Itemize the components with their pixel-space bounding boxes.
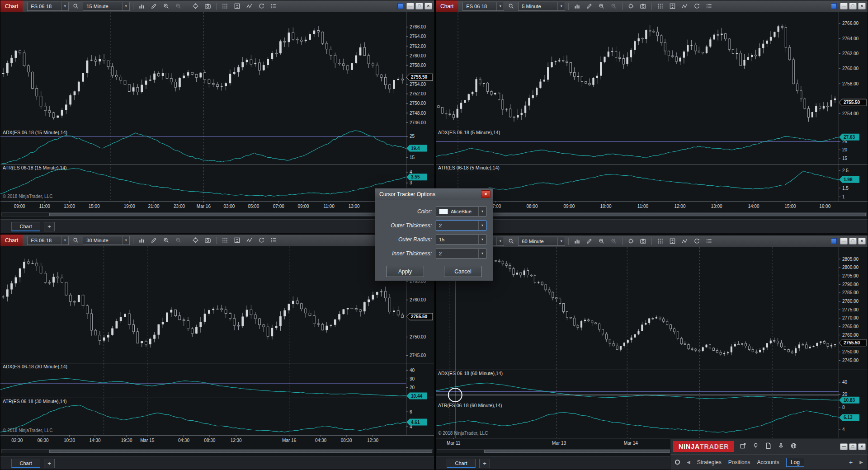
indicators-icon[interactable]	[220, 236, 230, 245]
chart-trader-icon[interactable]	[232, 236, 242, 245]
close-button[interactable]: ×	[858, 443, 866, 450]
chart-canvas[interactable]: 2766.002764.002762.002760.002758.002754.…	[436, 12, 868, 214]
minimize-button[interactable]: —	[840, 443, 848, 450]
instrument-search-icon[interactable]	[506, 237, 516, 246]
chart-titlebar[interactable]: Chart ES 06-18 ▾ 60 Minute ▾	[436, 235, 868, 247]
interval-select[interactable]: 5 Minute ▾	[518, 2, 565, 11]
zigzag-icon[interactable]	[244, 2, 255, 11]
instrument-select[interactable]: ES 06-18 ▾	[462, 2, 504, 11]
data-series-icon[interactable]	[704, 237, 714, 246]
instrument-search-icon[interactable]	[506, 2, 516, 11]
cancel-button[interactable]: Cancel	[444, 266, 482, 277]
new-window-icon[interactable]	[740, 442, 746, 451]
add-tab-button[interactable]: +	[44, 222, 55, 231]
crosshair-icon[interactable]	[190, 236, 201, 245]
dialog-close-button[interactable]: ×	[481, 190, 491, 198]
zoom-out-icon[interactable]	[173, 2, 184, 11]
chart-trader-icon[interactable]	[232, 2, 242, 11]
interval-select[interactable]: 60 Minute ▾	[518, 237, 565, 246]
zoom-in-icon[interactable]	[161, 2, 171, 11]
crosshair-icon[interactable]	[626, 2, 636, 11]
chart-canvas[interactable]: 2770.002765.002760.002750.002745.0040302…	[0, 246, 434, 448]
chart-tab[interactable]: Chart	[447, 459, 476, 468]
minimize-button[interactable]: —	[840, 3, 848, 9]
draw-tools-icon[interactable]	[149, 236, 159, 245]
document-icon[interactable]	[765, 442, 772, 451]
globe-icon[interactable]	[790, 442, 797, 451]
chart-style-icon[interactable]	[137, 236, 147, 245]
zoom-in-icon[interactable]	[596, 237, 607, 246]
reload-icon[interactable]	[256, 236, 267, 245]
mic-icon[interactable]	[778, 442, 784, 451]
instrument-link-icon[interactable]	[831, 238, 837, 244]
scrollbar-thumb[interactable]	[484, 213, 866, 216]
maximize-button[interactable]: □	[849, 443, 857, 450]
zoom-in-icon[interactable]	[596, 2, 607, 11]
zoom-out-icon[interactable]	[173, 236, 184, 245]
close-button[interactable]: ×	[858, 3, 866, 9]
chart-style-icon[interactable]	[572, 2, 582, 11]
zoom-out-icon[interactable]	[609, 2, 619, 11]
draw-tools-icon[interactable]	[584, 2, 594, 11]
data-series-icon[interactable]	[269, 2, 279, 11]
indicators-icon[interactable]	[220, 2, 230, 11]
interval-select[interactable]: 15 Minute ▾	[83, 2, 130, 11]
snapshot-icon[interactable]	[203, 2, 213, 11]
outer-radius-select[interactable]: 15 ▾	[436, 235, 486, 244]
instrument-select[interactable]: ES 06-18 ▾	[27, 2, 69, 11]
interval-select[interactable]: 30 Minute ▾	[83, 236, 130, 245]
zigzag-icon[interactable]	[679, 2, 690, 11]
chart-trader-icon[interactable]	[667, 2, 678, 11]
add-tab-button[interactable]: +	[44, 459, 55, 468]
reload-icon[interactable]	[692, 237, 702, 246]
inner-thickness-select[interactable]: 2 ▾	[436, 249, 486, 258]
add-tab-button[interactable]: +	[849, 459, 853, 466]
chart-titlebar[interactable]: Chart ES 06-18 ▾ 30 Minute ▾	[0, 235, 434, 246]
add-tab-button[interactable]: +	[479, 459, 490, 468]
reload-icon[interactable]	[256, 2, 267, 11]
bulb-icon[interactable]	[752, 442, 759, 451]
outer-thickness-select[interactable]: 2 ▾	[436, 221, 486, 230]
tab-strategies[interactable]: Strategies	[697, 459, 722, 465]
indicators-icon[interactable]	[655, 2, 665, 11]
tab-positions[interactable]: Positions	[728, 459, 750, 465]
horizontal-scrollbar[interactable]	[437, 212, 867, 216]
chart-tab[interactable]: Chart	[11, 222, 40, 231]
tab-log[interactable]: Log	[786, 458, 804, 467]
zoom-in-icon[interactable]	[161, 236, 171, 245]
minimize-button[interactable]: —	[840, 238, 848, 244]
snapshot-icon[interactable]	[638, 237, 648, 246]
draw-tools-icon[interactable]	[149, 2, 159, 11]
chart-canvas[interactable]: 2766.002764.002762.002760.002758.002754.…	[0, 12, 434, 214]
draw-tools-icon[interactable]	[584, 237, 594, 246]
dialog-titlebar[interactable]: Cursor Tracker Options ×	[375, 188, 493, 200]
apply-button[interactable]: Apply	[386, 266, 424, 277]
horizontal-scrollbar[interactable]	[1, 212, 433, 216]
chart-titlebar[interactable]: Chart ES 06-18 ▾ 15 Minute ▾	[0, 0, 434, 12]
minimize-button[interactable]: —	[406, 3, 414, 9]
zigzag-icon[interactable]	[679, 237, 690, 246]
zigzag-icon[interactable]	[244, 236, 255, 245]
snapshot-icon[interactable]	[203, 236, 213, 245]
crosshair-icon[interactable]	[626, 237, 636, 246]
maximize-button[interactable]: □	[415, 3, 423, 9]
data-series-icon[interactable]	[704, 2, 714, 11]
horizontal-scrollbar[interactable]	[1, 449, 433, 453]
chart-titlebar[interactable]: Chart ES 06-18 ▾ 5 Minute ▾	[436, 0, 868, 12]
reload-icon[interactable]	[692, 2, 702, 11]
zoom-out-icon[interactable]	[609, 237, 619, 246]
close-button[interactable]: ×	[425, 3, 432, 9]
data-series-icon[interactable]	[269, 236, 279, 245]
tab-accounts[interactable]: Accounts	[757, 459, 779, 465]
chart-style-icon[interactable]	[137, 2, 147, 11]
chart-style-icon[interactable]	[572, 237, 582, 246]
indicators-icon[interactable]	[655, 237, 665, 246]
crosshair-icon[interactable]	[190, 2, 201, 11]
maximize-button[interactable]: □	[849, 238, 857, 244]
tab-scroll-right-icon[interactable]: ▶	[859, 460, 863, 465]
chart-trader-icon[interactable]	[667, 237, 678, 246]
instrument-link-icon[interactable]	[397, 3, 403, 9]
instrument-select[interactable]: ES 06-18 ▾	[27, 236, 69, 245]
tab-scroll-left-icon[interactable]: ◀	[687, 460, 690, 465]
control-center-titlebar[interactable]: NINJATRADER — □ ×	[670, 439, 868, 454]
